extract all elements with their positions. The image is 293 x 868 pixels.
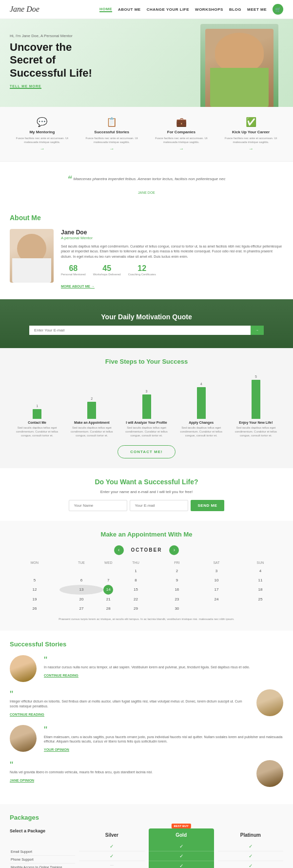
calendar-day[interactable]: 4 <box>237 566 283 576</box>
story-1-avatar <box>10 655 37 682</box>
contact-me-button[interactable]: CONTACT ME! <box>117 445 175 458</box>
calendar-day[interactable]: 24 <box>195 595 237 604</box>
package-platinum-training: ✓ <box>218 861 283 868</box>
successful-life-section: Do You Want a Successful Life? Enter you… <box>0 468 293 521</box>
nav-change[interactable]: CHANGE YOUR LIFE <box>147 7 189 12</box>
gold-check-email: ✓ <box>179 844 183 849</box>
calendar-day[interactable]: 8 <box>113 576 158 585</box>
nav-about[interactable]: ABOUT ME <box>118 7 141 12</box>
story-3-read-more[interactable]: YOUR OPINION <box>44 748 69 752</box>
calendar-day[interactable]: 15 <box>113 585 158 595</box>
platinum-check-email: ✓ <box>249 844 253 849</box>
step-5-bar <box>252 380 260 419</box>
package-platinum: Platinum ✓ ✓ ✓ Up to 40 Hours ✓ BUY NOW … <box>218 828 283 868</box>
calendar-day[interactable]: 9 <box>158 576 196 585</box>
package-gold-phone: ✓ <box>149 851 214 861</box>
career-arrow-icon[interactable]: → <box>218 146 283 151</box>
calendar-day[interactable]: 19 <box>10 595 59 604</box>
about-desc: Sed iaculis dapibus tellus eget condimen… <box>61 244 283 260</box>
calendar-day[interactable]: 22 <box>113 595 158 604</box>
stories-arrow-icon[interactable]: → <box>79 146 144 151</box>
package-gold-name: Gold <box>149 828 214 842</box>
calendar-day[interactable]: 18 <box>237 585 283 595</box>
calendar-day[interactable]: 2 <box>158 566 196 576</box>
calendar-day[interactable]: 20 <box>59 595 103 604</box>
features-section: 💬 My Mentoring Fusce facilisis nec ante … <box>0 107 293 162</box>
calendar-day[interactable]: 27 <box>59 604 103 613</box>
nav-home[interactable]: HOME <box>99 7 112 12</box>
life-send-button[interactable]: SEND ME <box>191 500 225 511</box>
motivation-email-input[interactable] <box>29 326 251 335</box>
quote-text: Maecenas pharetra imperdiet feibus. Aene… <box>12 171 281 189</box>
calendar-day <box>10 566 59 576</box>
calendar-prev-button[interactable]: ‹ <box>114 545 124 555</box>
calendar-day[interactable]: 14 <box>103 585 113 595</box>
stat-mentored-label: Personal Mentored <box>61 273 86 276</box>
life-name-input[interactable] <box>69 500 127 511</box>
packages-select-label: Select a Package <box>10 828 75 848</box>
calendar-day[interactable]: 11 <box>237 576 283 585</box>
step-1-desc: Sed iaculis dapibus tellus eget condimen… <box>11 426 63 437</box>
hero-cta-button[interactable]: TELL ME MORE <box>10 84 41 89</box>
calendar-week-row: 19202122232425 <box>10 595 283 604</box>
about-stats: 68 Personal Mentored 45 Workshops Delive… <box>61 264 283 276</box>
calendar-table: MON TUE WED THU FRI SAT SUN 123456789101… <box>10 559 283 613</box>
story-4-read-more[interactable]: JANE OPINION <box>10 779 34 783</box>
packages-grid: Select a Package Email Support Phone Sup… <box>10 828 283 868</box>
cart-button[interactable]: 🛒 <box>273 4 283 15</box>
companies-icon: 💼 <box>149 117 214 127</box>
calendar-day[interactable]: 23 <box>158 595 196 604</box>
package-silver-training: — <box>79 861 144 868</box>
calendar-nav: ‹ OCTOBER › <box>10 545 283 555</box>
calendar-next-button[interactable]: › <box>169 545 179 555</box>
calendar-day[interactable]: 30 <box>158 604 196 613</box>
calendar-day[interactable]: 13 <box>59 585 103 595</box>
calendar-day[interactable]: 1 <box>113 566 158 576</box>
calendar-day[interactable]: 29 <box>113 604 158 613</box>
companies-arrow-icon[interactable]: → <box>149 146 214 151</box>
quote-section: Maecenas pharetra imperdiet feibus. Aene… <box>0 162 293 204</box>
about-section: About Me Jane Doe A personal Mentor Sed … <box>0 204 293 300</box>
calendar-day[interactable]: 12 <box>10 585 59 595</box>
five-steps-title: Five Steps to Your Success <box>10 358 283 365</box>
story-2-read-more[interactable]: CONTINUE READING <box>10 713 44 717</box>
package-platinum-name: Platinum <box>218 828 283 842</box>
calendar-day[interactable]: 26 <box>10 604 59 613</box>
package-silver-email: ✓ <box>79 842 144 851</box>
about-role: A personal Mentor <box>61 236 283 240</box>
calendar-week-row: 567891011 <box>10 576 283 585</box>
calendar-day[interactable]: 21 <box>103 595 113 604</box>
package-gold-training: ✓ <box>149 861 214 868</box>
feature-stories-title: Successful Stories <box>79 130 144 134</box>
calendar-day[interactable]: 10 <box>195 576 237 585</box>
about-more-link[interactable]: MORE ABOUT ME → <box>61 285 95 289</box>
mentoring-arrow-icon[interactable]: → <box>10 146 75 151</box>
story-1-read-more[interactable]: CONTINUE READING <box>44 674 78 678</box>
calendar-week-row: 12131415161718 <box>10 585 283 595</box>
cal-wed: WED <box>103 559 113 566</box>
calendar-day[interactable]: 17 <box>195 585 237 595</box>
nav-blog[interactable]: BLOG <box>229 7 241 12</box>
motivation-submit-button[interactable]: → <box>251 326 264 335</box>
cal-fri: FRI <box>158 559 196 566</box>
calendar-day[interactable]: 16 <box>158 585 196 595</box>
about-title: About Me <box>10 214 283 222</box>
story-4-quote-mark: " <box>10 760 249 770</box>
stat-mentored-num: 68 <box>61 264 86 273</box>
calendar-day[interactable]: 7 <box>103 576 113 585</box>
calendar-body: 1234567891011121314151617181920212223242… <box>10 566 283 613</box>
silver-check-email: ✓ <box>110 844 114 849</box>
calendar-day[interactable]: 25 <box>237 595 283 604</box>
story-1-content: " In nascetur cursus nulla nunc arcu tem… <box>44 655 283 682</box>
calendar-day[interactable]: 28 <box>103 604 113 613</box>
calendar-day[interactable]: 5 <box>10 576 59 585</box>
quote-author: JANE DOE <box>12 191 281 194</box>
nav-workshops[interactable]: WORKSHOPS <box>195 7 223 12</box>
life-email-input[interactable] <box>130 500 188 511</box>
calendar-day[interactable]: 6 <box>59 576 103 585</box>
calendar-header-row: MON TUE WED THU FRI SAT SUN <box>10 559 283 566</box>
step-2-num: 2 <box>66 397 117 400</box>
step-1: 1 Contact Me Sed iaculis dapibus tellus … <box>10 404 64 437</box>
calendar-day[interactable]: 3 <box>195 566 237 576</box>
nav-meet[interactable]: MEET ME <box>247 7 267 12</box>
